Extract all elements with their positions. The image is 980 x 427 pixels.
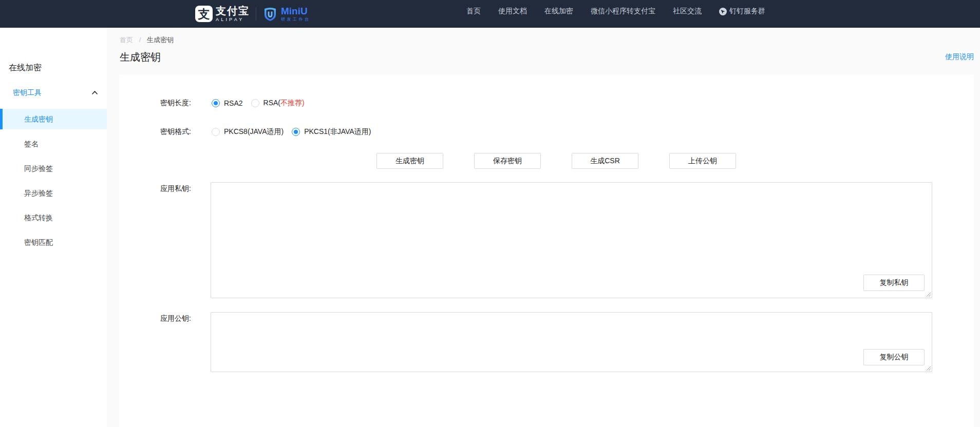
radio-pkcs1[interactable] bbox=[292, 128, 300, 136]
key-format-row: 密钥格式: PKCS8(JAVA适用) PKCS1(非JAVA适用) bbox=[160, 124, 379, 140]
radio-option-rsa2[interactable]: RSA2 bbox=[212, 99, 243, 107]
top-header-bar: 支 支付宝 ALIPAY Min bbox=[0, 0, 980, 28]
radio-pkcs8-label[interactable]: PKCS8(JAVA适用) bbox=[224, 127, 284, 137]
sidebar-item-async-verify[interactable]: 异步验签 bbox=[0, 183, 107, 203]
alipay-icon-glyph: 支 bbox=[198, 6, 210, 22]
radio-rsa[interactable] bbox=[251, 99, 259, 107]
breadcrumb-current: 生成密钥 bbox=[147, 36, 174, 44]
dingtalk-icon bbox=[719, 8, 727, 15]
logo-divider bbox=[256, 7, 256, 21]
alipay-name-en: ALIPAY bbox=[216, 17, 250, 22]
action-buttons-row: 生成密钥 保存密钥 生成CSR 上传公钥 bbox=[376, 153, 736, 169]
sidebar: 在线加密 密钥工具 生成密钥 签名 同步验签 异步验签 格式转换 密钥匹配 bbox=[0, 28, 107, 427]
private-key-resize-grip[interactable] bbox=[926, 292, 931, 297]
key-length-label: 密钥长度: bbox=[160, 99, 212, 108]
private-key-label: 应用私钥: bbox=[160, 184, 191, 193]
key-format-label: 密钥格式: bbox=[160, 127, 212, 137]
radio-rsa-label-suffix: ) bbox=[302, 99, 305, 107]
sidebar-item-format-convert[interactable]: 格式转换 bbox=[0, 207, 107, 228]
public-key-label: 应用公钥: bbox=[160, 314, 191, 323]
nav-item-community[interactable]: 社区交流 bbox=[673, 7, 702, 16]
radio-rsa-label-prefix: RSA( bbox=[263, 99, 280, 107]
radio-pkcs8[interactable] bbox=[212, 128, 220, 136]
public-key-textarea[interactable] bbox=[211, 312, 932, 372]
copy-private-key-button[interactable]: 复制私钥 bbox=[863, 275, 925, 291]
alipay-name-cn: 支付宝 bbox=[216, 6, 250, 16]
public-key-field-wrap: 复制公钥 bbox=[211, 312, 932, 372]
radio-rsa-label-warning: 不推荐 bbox=[280, 99, 302, 107]
sidebar-item-sign[interactable]: 签名 bbox=[0, 133, 107, 154]
radio-rsa2[interactable] bbox=[212, 99, 220, 107]
radio-pkcs1-label[interactable]: PKCS1(非JAVA适用) bbox=[304, 127, 371, 137]
generate-csr-button[interactable]: 生成CSR bbox=[572, 153, 638, 169]
key-length-row: 密钥长度: RSA2 RSA(不推荐) bbox=[160, 95, 313, 111]
breadcrumb-home[interactable]: 首页 bbox=[120, 36, 133, 44]
nav-item-docs[interactable]: 使用文档 bbox=[498, 7, 527, 16]
public-key-resize-grip[interactable] bbox=[926, 365, 931, 371]
alipay-logo-text: 支付宝 ALIPAY bbox=[216, 6, 250, 22]
nav-item-wechat-to-alipay[interactable]: 微信小程序转支付宝 bbox=[591, 7, 655, 16]
top-nav: 首页 使用文档 在线加密 微信小程序转支付宝 社区交流 钉钉服务群 bbox=[466, 0, 765, 23]
sidebar-item-sync-verify[interactable]: 同步验签 bbox=[0, 158, 107, 179]
usage-help-link[interactable]: 使用说明 bbox=[945, 52, 974, 62]
alipay-logo-icon: 支 bbox=[195, 6, 213, 22]
radio-option-pkcs8[interactable]: PKCS8(JAVA适用) bbox=[212, 127, 284, 137]
content-card: 密钥长度: RSA2 RSA(不推荐) 密钥格式: PKCS8(JAVA适用) bbox=[119, 74, 974, 427]
radio-rsa2-label[interactable]: RSA2 bbox=[224, 99, 243, 107]
sidebar-group-key-tools[interactable]: 密钥工具 bbox=[0, 85, 107, 101]
sidebar-title: 在线加密 bbox=[9, 63, 42, 73]
miniu-subtitle: 研发工作台 bbox=[281, 17, 311, 22]
miniu-shield-icon bbox=[262, 6, 278, 22]
generate-key-button[interactable]: 生成密钥 bbox=[376, 153, 443, 169]
breadcrumb-separator: / bbox=[139, 36, 141, 44]
sidebar-item-key-match[interactable]: 密钥匹配 bbox=[0, 232, 107, 253]
sidebar-group-label: 密钥工具 bbox=[13, 88, 42, 98]
miniu-logo: MiniU 研发工作台 bbox=[262, 6, 311, 22]
chevron-up-icon bbox=[92, 91, 98, 94]
main-area: 首页 / 生成密钥 生成密钥 使用说明 密钥长度: RSA2 RSA(不推荐) bbox=[107, 28, 980, 427]
miniu-name: MiniU bbox=[281, 6, 311, 16]
nav-item-home[interactable]: 首页 bbox=[466, 7, 481, 16]
nav-item-dingtalk-group[interactable]: 钉钉服务群 bbox=[719, 7, 765, 16]
sidebar-item-generate-key[interactable]: 生成密钥 bbox=[0, 109, 107, 129]
copy-public-key-button[interactable]: 复制公钥 bbox=[863, 349, 925, 365]
nav-item-online-encrypt[interactable]: 在线加密 bbox=[544, 7, 573, 16]
page-title: 生成密钥 bbox=[120, 50, 161, 64]
logo-group[interactable]: 支 支付宝 ALIPAY Min bbox=[195, 0, 311, 28]
breadcrumb: 首页 / 生成密钥 bbox=[120, 35, 174, 45]
radio-option-rsa[interactable]: RSA(不推荐) bbox=[251, 99, 305, 108]
private-key-textarea[interactable] bbox=[211, 182, 932, 298]
private-key-field-wrap: 复制私钥 bbox=[211, 182, 932, 298]
radio-option-pkcs1[interactable]: PKCS1(非JAVA适用) bbox=[292, 127, 371, 137]
upload-public-key-button[interactable]: 上传公钥 bbox=[669, 153, 736, 169]
miniu-logo-text: MiniU 研发工作台 bbox=[281, 6, 311, 22]
save-key-button[interactable]: 保存密钥 bbox=[474, 153, 541, 169]
radio-rsa-label[interactable]: RSA(不推荐) bbox=[263, 99, 305, 108]
page: 支 支付宝 ALIPAY Min bbox=[0, 0, 980, 427]
nav-item-dingtalk-label: 钉钉服务群 bbox=[729, 7, 765, 16]
